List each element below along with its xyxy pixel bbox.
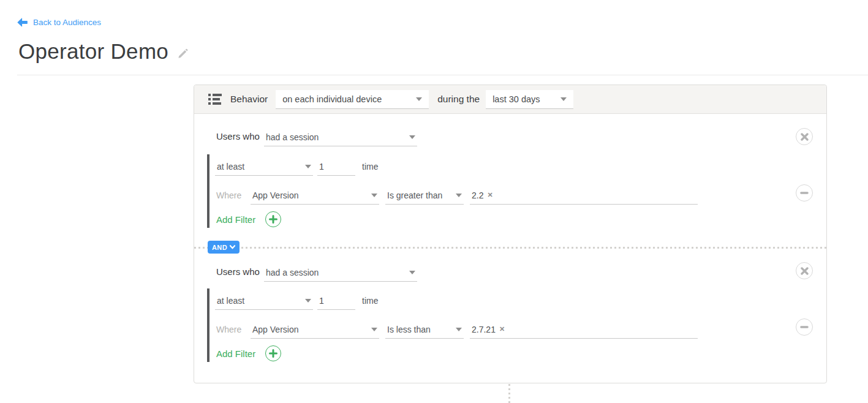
and-divider-line (194, 247, 826, 249)
count-input[interactable] (317, 292, 355, 310)
count-input[interactable] (317, 157, 355, 176)
event-value: had a session (266, 268, 319, 277)
behavior-panel: Behavior on each individual device durin… (194, 85, 827, 383)
and-connector-label: AND (212, 244, 227, 251)
property-dropdown[interactable]: App Version (251, 320, 379, 339)
filter-value-field[interactable]: 2.7.21 ✕ (470, 320, 698, 339)
behavior-list-icon (208, 94, 222, 105)
chevron-down-icon (305, 165, 311, 168)
users-who-label: Users who (216, 266, 260, 277)
edit-title-pencil-icon[interactable] (177, 48, 189, 62)
where-label: Where (216, 325, 241, 334)
remove-filter-button[interactable] (796, 318, 813, 336)
tag-remove-icon[interactable]: ✕ (487, 192, 492, 198)
operator-dropdown[interactable]: Is less than (385, 320, 464, 339)
back-link-label: Back to Audiences (33, 18, 101, 27)
event-dropdown[interactable]: had a session (264, 128, 417, 146)
event-dropdown[interactable]: had a session (264, 263, 417, 282)
filter-value: 2.2 (472, 190, 483, 200)
condition-group-bar (207, 154, 209, 228)
where-label: Where (216, 190, 241, 200)
page-title: Operator Demo (18, 39, 168, 64)
chevron-down-icon (416, 97, 422, 101)
title-divider (17, 75, 868, 75)
behavior-panel-header: Behavior on each individual device durin… (194, 85, 826, 114)
remove-condition-button[interactable] (796, 262, 813, 279)
device-scope-value: on each individual device (282, 94, 382, 104)
chevron-down-icon (371, 194, 377, 197)
remove-condition-button[interactable] (796, 128, 813, 145)
add-filter-button[interactable]: Add Filter (216, 211, 281, 227)
during-the-label: during the (437, 94, 480, 105)
property-value: App Version (252, 325, 299, 334)
quantifier-value: at least (217, 162, 244, 171)
add-filter-label: Add Filter (216, 214, 255, 225)
and-connector-badge[interactable]: AND (208, 241, 240, 254)
quantifier-value: at least (217, 296, 244, 306)
property-dropdown[interactable]: App Version (251, 186, 379, 205)
add-filter-label: Add Filter (216, 348, 255, 359)
chevron-down-icon (230, 245, 235, 249)
remove-filter-button[interactable] (796, 184, 813, 202)
behavior-label: Behavior (230, 94, 268, 105)
chevron-down-icon (409, 135, 415, 139)
operator-value: Is greater than (387, 190, 442, 200)
chevron-down-icon (560, 97, 567, 101)
back-arrow-icon (17, 18, 28, 27)
users-who-label: Users who (216, 131, 260, 141)
time-range-value: last 30 days (492, 94, 540, 104)
add-filter-plus-icon (265, 345, 281, 361)
filter-value-field[interactable]: 2.2 ✕ (470, 186, 698, 205)
time-range-dropdown[interactable]: last 30 days (486, 90, 573, 109)
event-value: had a session (266, 132, 319, 142)
operator-value: Is less than (387, 325, 431, 334)
time-unit-label: time (362, 162, 378, 171)
chevron-down-icon (371, 328, 377, 331)
property-value: App Version (252, 190, 299, 200)
chevron-down-icon (305, 299, 311, 303)
back-to-audiences-link[interactable]: Back to Audiences (17, 18, 101, 27)
operator-dropdown[interactable]: Is greater than (385, 186, 464, 205)
chevron-down-icon (409, 271, 415, 274)
add-filter-plus-icon (265, 211, 281, 227)
chevron-down-icon (456, 328, 462, 331)
quantifier-dropdown[interactable]: at least (215, 292, 313, 310)
chevron-down-icon (456, 194, 462, 197)
tag-remove-icon[interactable]: ✕ (499, 326, 505, 333)
condition-group-bar (207, 288, 209, 362)
filter-value: 2.7.21 (472, 325, 496, 334)
device-scope-dropdown[interactable]: on each individual device (276, 90, 429, 109)
audience-builder-page: Back to Audiences Operator Demo Behavior… (0, 0, 868, 403)
panel-connector-stem (508, 384, 510, 403)
quantifier-dropdown[interactable]: at least (215, 157, 313, 176)
add-filter-button[interactable]: Add Filter (216, 345, 281, 361)
time-unit-label: time (362, 296, 378, 306)
